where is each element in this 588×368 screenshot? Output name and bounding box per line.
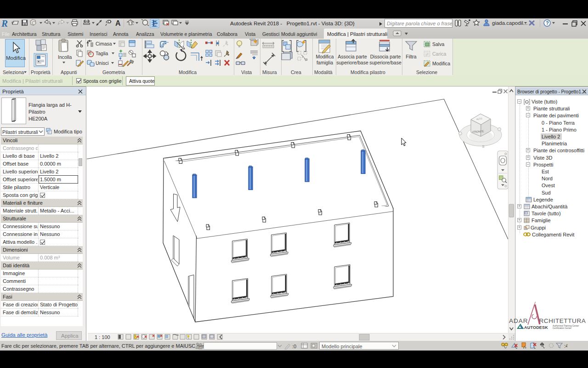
svg-text:Authorized Training Center: Authorized Training Center bbox=[553, 325, 579, 327]
svg-text:1 : 100: 1 : 100 bbox=[95, 334, 110, 340]
svg-text:A: A bbox=[115, 19, 121, 27]
svg-text:RCHITETTURA: RCHITETTURA bbox=[539, 317, 586, 324]
svg-text:giada.capodil...: giada.capodil... bbox=[492, 20, 527, 26]
svg-text:S: S bbox=[482, 144, 485, 149]
svg-text:?: ? bbox=[546, 20, 549, 26]
svg-text:R: R bbox=[1, 18, 8, 29]
svg-text:ADAR: ADAR bbox=[509, 317, 528, 324]
svg-text:AUTODESK: AUTODESK bbox=[524, 325, 548, 330]
svg-text::4: :4 bbox=[564, 343, 567, 349]
svg-text:Certification Center: Certification Center bbox=[553, 327, 571, 329]
